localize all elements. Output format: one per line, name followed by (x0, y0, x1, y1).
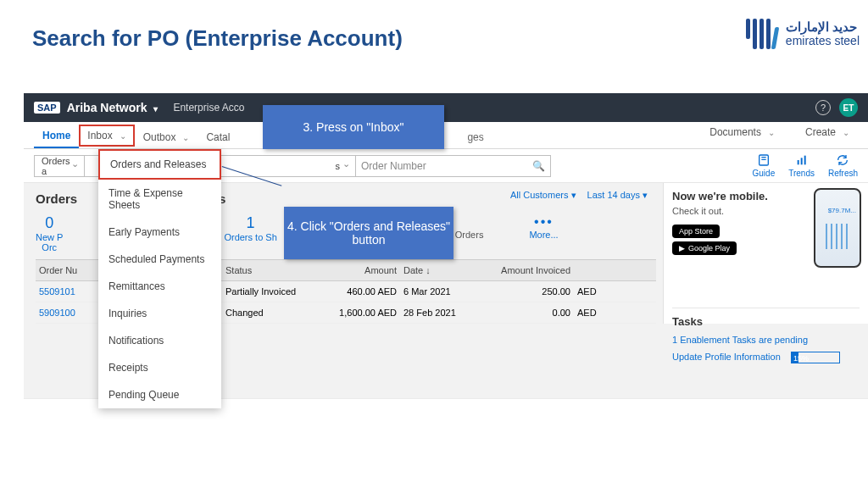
nav-home[interactable]: Home (34, 123, 79, 148)
nav-inbox[interactable]: Inbox ⌄ (79, 125, 134, 147)
refresh-link[interactable]: Refresh (828, 153, 858, 178)
dd-early-payments[interactable]: Early Payments (98, 219, 221, 246)
brand-text: حديد الإمارات emirates steel (786, 20, 860, 47)
product-name[interactable]: Ariba Network ▾ (67, 101, 159, 114)
dd-orders-and-releases[interactable]: Orders and Releases (98, 149, 221, 180)
google-play-button[interactable]: ▶ Google Play (672, 241, 737, 255)
trends-link[interactable]: Trends (788, 153, 815, 178)
order-link[interactable]: 5509101 (36, 286, 103, 297)
kpi-new-po[interactable]: 0 New POrc (36, 214, 63, 252)
inbox-dropdown: Orders and Releases Time & Expense Sheet… (98, 149, 221, 408)
main-nav: Home Inbox ⌄ Outbox ⌄ Catal ges Document… (24, 122, 868, 149)
sap-logo: SAP (34, 102, 60, 114)
avatar[interactable]: ET (839, 98, 858, 117)
search-type-select[interactable]: Orders a (34, 155, 85, 177)
callout-step-3: 3. Press on "Inbox" (263, 105, 444, 149)
brand-icon-bars (746, 19, 777, 49)
col-date[interactable]: Date ↓ (400, 265, 481, 275)
chevron-down-icon: ⌄ (182, 133, 189, 142)
callout-step-4: 4. Click "Orders and Releases" button (284, 207, 453, 259)
side-panel: Now we're mobile. Check it out. App Stor… (663, 183, 868, 324)
nav-truncated[interactable]: ges (459, 125, 492, 148)
account-type-label: Enterprise Acco (173, 102, 244, 114)
search-placeholder: Order Number (361, 160, 426, 172)
nav-catalogs[interactable]: Catal (198, 125, 238, 148)
slide-title: Search for PO (Enterprise Account) (32, 25, 403, 52)
help-icon[interactable]: ? (815, 100, 831, 115)
order-number-search[interactable]: Order Number 🔍 (356, 155, 551, 177)
chevron-down-icon: ⌄ (768, 128, 775, 137)
dd-scheduled-payments[interactable]: Scheduled Payments (98, 246, 221, 273)
more-dots-icon: ••• (529, 214, 558, 230)
col-status[interactable]: Status (222, 265, 324, 275)
caret-down-icon: ▾ (571, 190, 576, 200)
dd-pending-queue[interactable]: Pending Queue (98, 381, 221, 408)
profile-progress: 15% (791, 352, 840, 363)
kpi-orders[interactable]: Orders (455, 230, 484, 240)
pending-tasks-link[interactable]: 1 Enablement Tasks are pending (672, 335, 860, 345)
order-link[interactable]: 5909100 (36, 308, 103, 318)
col-amount-invoiced[interactable]: Amount Invoiced (481, 265, 574, 275)
phone-mockup: $79.7M... (814, 188, 861, 268)
filter-last-14-days[interactable]: Last 14 days ▾ (587, 190, 648, 200)
chevron-down-icon: ⌄ (843, 128, 849, 137)
filter-links: All Customers ▾ Last 14 days ▾ (502, 190, 648, 201)
kpi-more[interactable]: ••• More... (529, 214, 558, 240)
topbar: SAP Ariba Network ▾ Enterprise Acco ? ET (24, 93, 868, 122)
nav-create[interactable]: Create ⌄ (797, 119, 858, 143)
nav-documents[interactable]: Documents ⌄ (701, 119, 783, 143)
brand-logo: حديد الإمارات emirates steel (746, 19, 860, 49)
col-order-number[interactable]: Order Nu (36, 265, 103, 275)
dd-receipts[interactable]: Receipts (98, 354, 221, 381)
app-store-button[interactable]: App Store (672, 225, 720, 238)
svg-rect-3 (804, 156, 805, 165)
dd-notifications[interactable]: Notifications (98, 327, 221, 354)
svg-rect-1 (797, 160, 798, 164)
filter-all-customers[interactable]: All Customers ▾ (510, 190, 576, 200)
guide-link[interactable]: Guide (753, 153, 776, 178)
tasks-title: Tasks (672, 315, 860, 328)
search-icon[interactable]: 🔍 (532, 160, 545, 172)
update-profile-link[interactable]: Update Profile Information (672, 352, 781, 362)
caret-down-icon: ▾ (643, 190, 648, 200)
guide-icon (757, 153, 771, 167)
refresh-icon (836, 153, 849, 167)
chevron-down-icon: ⌄ (120, 131, 126, 141)
bar-chart-icon (795, 153, 809, 167)
dd-remittances[interactable]: Remittances (98, 273, 221, 300)
col-amount[interactable]: Amount (324, 265, 400, 275)
svg-rect-2 (800, 158, 802, 164)
dd-inquiries[interactable]: Inquiries (98, 300, 221, 327)
chevron-down-icon: ▾ (153, 104, 158, 114)
dd-time-expense[interactable]: Time & Expense Sheets (98, 180, 221, 219)
nav-outbox[interactable]: Outbox ⌄ (135, 125, 198, 148)
